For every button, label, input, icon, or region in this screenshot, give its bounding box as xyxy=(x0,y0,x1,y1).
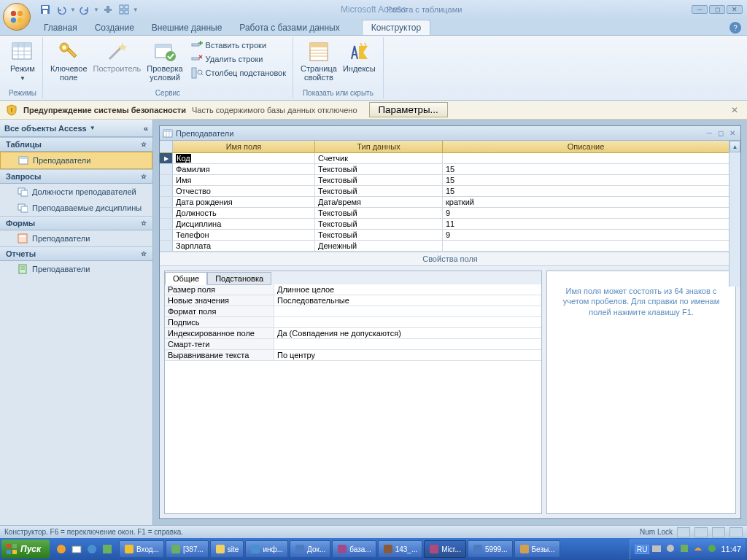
taskbar-app-button[interactable]: site xyxy=(210,540,244,558)
ql-btn-2[interactable] xyxy=(69,540,84,558)
indexes-button[interactable]: Индексы xyxy=(340,39,379,74)
field-row[interactable]: ИмяТекстовый15 xyxy=(160,175,740,186)
language-indicator[interactable]: RU xyxy=(635,545,649,554)
ql-btn-3[interactable] xyxy=(85,540,99,558)
redo-dropdown-icon[interactable]: ▼ xyxy=(93,7,99,13)
tw-close-button[interactable]: ✕ xyxy=(727,129,738,138)
taskbar-app-button[interactable]: Безы... xyxy=(514,540,560,558)
view-mode-button[interactable]: Режим▼ xyxy=(7,39,38,84)
field-row[interactable]: Дата рожденияДата/времякраткий xyxy=(160,197,740,208)
primary-key-button[interactable]: Ключевое поле xyxy=(47,39,90,83)
tw-minimize-button[interactable]: ─ xyxy=(704,129,714,138)
clock[interactable]: 11:47 xyxy=(721,545,741,553)
numlock-indicator: Num Lock xyxy=(640,528,673,536)
header-field-name[interactable]: Имя поля xyxy=(173,141,315,152)
grid-scrollbar[interactable]: ▲ xyxy=(729,141,740,287)
document-area: Преподаватели ─ ◻ ✕ Имя поля Тип данных … xyxy=(153,120,747,525)
taskbar-app-button[interactable]: база... xyxy=(332,540,376,558)
property-sheet-button[interactable]: Страница свойств xyxy=(298,39,340,83)
delete-rows-button[interactable]: Удалить строки xyxy=(189,52,288,66)
property-row[interactable]: Выравнивание текстаПо центру xyxy=(165,350,541,361)
nav-item[interactable]: Преподаваемые дисциплины xyxy=(0,200,152,216)
delete-row-icon xyxy=(191,53,203,65)
lookup-column-button[interactable]: Столбец подстановок xyxy=(189,66,288,79)
scroll-up-icon[interactable]: ▲ xyxy=(729,141,740,152)
tray-icon-2[interactable] xyxy=(665,543,677,555)
tab-dbtools[interactable]: Работа с базами данных xyxy=(231,20,348,35)
tray-icon-3[interactable] xyxy=(679,543,691,555)
help-button[interactable]: ? xyxy=(729,22,741,34)
undo-dropdown-icon[interactable]: ▼ xyxy=(70,7,76,13)
property-row[interactable]: Смарт-теги xyxy=(165,339,541,350)
properties-tabs: Общие Подстановка xyxy=(165,271,541,284)
start-button[interactable]: Пуск xyxy=(1,540,50,559)
svg-text:!: ! xyxy=(11,106,13,114)
field-row[interactable]: ОтчествоТекстовый15 xyxy=(160,186,740,197)
taskbar-app-button[interactable]: инф... xyxy=(245,540,288,558)
nav-item[interactable]: Должности преподавателей xyxy=(0,184,152,200)
header-description[interactable]: Описание xyxy=(443,141,729,152)
view-btn-4[interactable] xyxy=(729,527,743,537)
close-button[interactable]: ✕ xyxy=(727,5,743,14)
tw-restore-button[interactable]: ◻ xyxy=(716,129,726,138)
field-row[interactable]: ЗарплатаДенежный xyxy=(160,241,740,252)
nav-pane-header[interactable]: Все объекты Access ▼ « xyxy=(0,120,152,137)
nav-item[interactable]: Преподаватели xyxy=(0,152,152,169)
security-title: Предупреждение системы безопасности xyxy=(23,106,186,114)
taskbar-app-button[interactable]: Micr... xyxy=(424,540,466,558)
tab-home[interactable]: Главная xyxy=(35,20,86,35)
property-row[interactable]: Новые значенияПоследовательные xyxy=(165,295,541,306)
tray-icon-1[interactable] xyxy=(651,543,663,555)
field-row[interactable]: ДолжностьТекстовый9 xyxy=(160,208,740,219)
header-data-type[interactable]: Тип данных xyxy=(315,141,443,152)
field-row[interactable]: ТелефонТекстовый9 xyxy=(160,230,740,241)
property-row[interactable]: Индексированное полеДа (Совпадения не до… xyxy=(165,328,541,339)
nav-item[interactable]: Преподаватели xyxy=(0,261,152,277)
nav-item[interactable]: Преподаватели xyxy=(0,230,152,246)
tray-icon-5[interactable] xyxy=(707,543,719,555)
nav-section-header[interactable]: Запросы☆ xyxy=(0,169,152,184)
maximize-button[interactable]: ◻ xyxy=(709,5,725,14)
tab-design[interactable]: Конструктор xyxy=(362,20,430,35)
tab-create[interactable]: Создание xyxy=(86,20,143,35)
ql-btn-1[interactable] xyxy=(54,540,69,558)
validation-button[interactable]: Проверка условий xyxy=(144,39,185,83)
undo-button[interactable] xyxy=(54,2,69,17)
tab-external[interactable]: Внешние данные xyxy=(143,20,231,35)
field-row[interactable]: ДисциплинаТекстовый11 xyxy=(160,219,740,230)
view-btn-1[interactable] xyxy=(677,527,690,537)
taskbar-app-button[interactable]: Вход... xyxy=(119,540,164,558)
qat-grid-button[interactable] xyxy=(117,2,131,17)
redo-button[interactable] xyxy=(77,2,92,17)
nav-section-header[interactable]: Таблицы☆ xyxy=(0,137,152,152)
property-row[interactable]: Формат поля xyxy=(165,306,541,317)
taskbar-app-button[interactable]: 5999... xyxy=(468,540,513,558)
property-row[interactable]: Подпись xyxy=(165,317,541,328)
property-row[interactable]: Размер поляДлинное целое xyxy=(165,284,541,295)
minimize-button[interactable]: ─ xyxy=(692,5,708,14)
collapse-nav-icon[interactable]: « xyxy=(144,124,148,133)
props-tab-lookup[interactable]: Подстановка xyxy=(207,272,271,285)
field-row[interactable]: ▶КодСчетчик xyxy=(160,153,740,164)
save-button[interactable] xyxy=(38,2,53,17)
ql-btn-4[interactable] xyxy=(100,540,115,558)
view-btn-2[interactable] xyxy=(694,527,708,537)
security-close-button[interactable]: ✕ xyxy=(731,105,741,115)
tray-icon-4[interactable] xyxy=(693,543,705,555)
nav-section-header[interactable]: Формы☆ xyxy=(0,216,152,230)
view-btn-3[interactable] xyxy=(712,527,725,537)
insert-rows-button[interactable]: Вставить строки xyxy=(189,39,288,52)
taskbar-app-button[interactable]: [387... xyxy=(166,540,209,558)
qat-tool-button[interactable] xyxy=(101,2,115,17)
svg-point-73 xyxy=(667,545,674,552)
taskbar-app-button[interactable]: 143_... xyxy=(378,540,423,558)
nav-section-header[interactable]: Отчеты☆ xyxy=(0,246,152,261)
office-button[interactable] xyxy=(3,3,31,31)
builder-button[interactable]: Построитель xyxy=(90,39,144,74)
field-row[interactable]: ФамилияТекстовый15 xyxy=(160,164,740,175)
security-options-button[interactable]: Параметры... xyxy=(369,102,448,117)
props-tab-general[interactable]: Общие xyxy=(165,272,207,285)
taskbar-app-button[interactable]: Док... xyxy=(290,540,330,558)
app-icon xyxy=(86,543,98,555)
qat-customize-icon[interactable]: ▼ xyxy=(133,7,139,13)
